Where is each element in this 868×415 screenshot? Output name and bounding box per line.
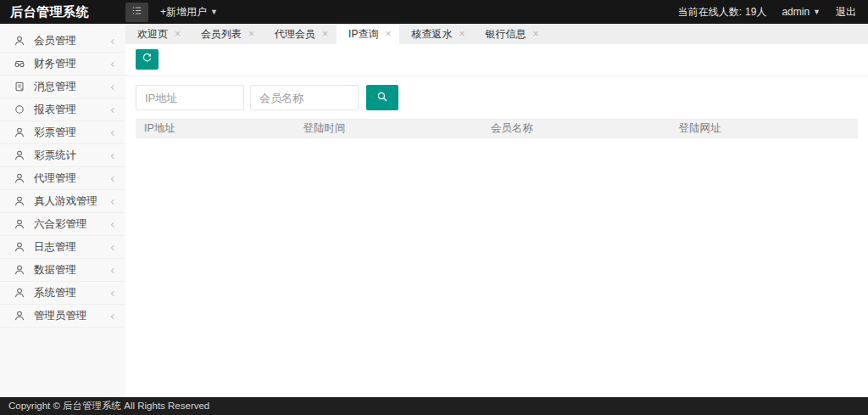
tab-label: 欢迎页 bbox=[137, 27, 168, 42]
sidebar-item-label: 数据管理 bbox=[34, 263, 108, 278]
chevron-left-icon bbox=[108, 151, 117, 160]
chevron-left-icon bbox=[108, 174, 117, 182]
sidebar-item-label: 财务管理 bbox=[34, 57, 108, 71]
report-icon bbox=[14, 104, 25, 115]
tab-label: 代理会员 bbox=[275, 27, 315, 42]
sidebar-item-label: 日志管理 bbox=[34, 240, 108, 255]
sidebar-item-log-mgmt[interactable]: 日志管理 bbox=[0, 236, 125, 259]
search-icon bbox=[376, 91, 388, 105]
chevron-left-icon bbox=[108, 128, 117, 137]
column-header-login-time: 登陆时间 bbox=[294, 120, 482, 138]
sidebar-item-label: 管理员管理 bbox=[34, 309, 108, 323]
user-icon bbox=[14, 195, 25, 207]
table-header-row: IP地址 登陆时间 会员名称 登陆网址 bbox=[136, 120, 858, 138]
sidebar-item-mark-six-mgmt[interactable]: 六合彩管理 bbox=[0, 213, 125, 236]
sidebar-item-message-mgmt[interactable]: 消息管理 bbox=[0, 76, 125, 98]
tab-rebate-check[interactable]: 核查返水 × bbox=[399, 24, 473, 44]
user-icon bbox=[14, 287, 25, 299]
user-icon bbox=[14, 310, 25, 322]
tab-label: 核查返水 bbox=[411, 27, 452, 42]
copyright-text: Copyright © 后台管理系统 All Rights Reserved bbox=[8, 400, 209, 412]
close-icon[interactable]: × bbox=[322, 29, 328, 39]
chevron-left-icon bbox=[108, 82, 117, 91]
user-icon bbox=[14, 35, 25, 47]
chevron-left-icon bbox=[108, 36, 117, 45]
chevron-left-icon bbox=[108, 197, 117, 205]
sidebar-item-lottery-mgmt[interactable]: 彩票管理 bbox=[0, 121, 125, 144]
refresh-button[interactable] bbox=[136, 49, 159, 70]
sidebar-item-live-game-mgmt[interactable]: 真人游戏管理 bbox=[0, 190, 125, 213]
admin-username: admin bbox=[782, 6, 810, 18]
sidebar-item-lottery-stats[interactable]: 彩票统计 bbox=[0, 144, 125, 167]
column-header-login-url: 登陆网址 bbox=[670, 120, 858, 138]
close-icon[interactable]: × bbox=[385, 29, 391, 39]
online-count-label: 当前在线人数: bbox=[678, 5, 742, 20]
chevron-left-icon bbox=[108, 311, 117, 320]
sidebar-item-system-mgmt[interactable]: 系统管理 bbox=[0, 282, 125, 305]
tab-member-list[interactable]: 会员列表 × bbox=[189, 24, 263, 44]
user-icon bbox=[14, 264, 25, 276]
close-icon[interactable]: × bbox=[175, 29, 181, 39]
chevron-left-icon bbox=[108, 243, 117, 251]
sidebar-item-data-mgmt[interactable]: 数据管理 bbox=[0, 259, 125, 282]
top-header: 后台管理系统 +新增用户 ▼ 当前在线人数: 19人 admin ▼ 退出 bbox=[0, 0, 868, 24]
tab-ip-query[interactable]: IP查询 × bbox=[337, 24, 399, 44]
member-name-input[interactable] bbox=[250, 85, 359, 110]
sidebar-item-label: 会员管理 bbox=[34, 34, 108, 48]
tab-label: 银行信息 bbox=[485, 27, 526, 42]
sidebar-item-agent-mgmt[interactable]: 代理管理 bbox=[0, 167, 125, 190]
tab-label: 会员列表 bbox=[201, 27, 242, 42]
footer: Copyright © 后台管理系统 All Rights Reserved bbox=[0, 397, 868, 415]
admin-user-dropdown[interactable]: admin ▼ bbox=[782, 6, 821, 18]
tab-bank-info[interactable]: 银行信息 × bbox=[473, 24, 547, 44]
close-icon[interactable]: × bbox=[532, 29, 538, 39]
caret-down-icon: ▼ bbox=[813, 8, 821, 16]
user-icon bbox=[14, 126, 25, 138]
main-content: 欢迎页 × 会员列表 × 代理会员 × IP查询 × 核查返水 × 银行信息 × bbox=[125, 24, 868, 397]
chevron-left-icon bbox=[108, 59, 117, 68]
close-icon[interactable]: × bbox=[248, 29, 254, 39]
sidebar-item-label: 报表管理 bbox=[34, 103, 108, 117]
tab-bar: 欢迎页 × 会员列表 × 代理会员 × IP查询 × 核查返水 × 银行信息 × bbox=[125, 24, 868, 44]
online-count: 当前在线人数: 19人 bbox=[678, 5, 767, 20]
chevron-left-icon bbox=[108, 266, 117, 274]
column-header-ip: IP地址 bbox=[136, 120, 294, 138]
add-user-dropdown[interactable]: +新增用户 ▼ bbox=[160, 5, 218, 20]
sidebar-item-finance-mgmt[interactable]: 财务管理 bbox=[0, 53, 125, 76]
tab-welcome[interactable]: 欢迎页 × bbox=[125, 24, 189, 44]
user-icon bbox=[14, 241, 25, 253]
sidebar-item-member-mgmt[interactable]: 会员管理 bbox=[0, 30, 125, 53]
app-title: 后台管理系统 bbox=[0, 4, 125, 20]
sidebar-toggle-button[interactable] bbox=[125, 3, 148, 22]
sidebar-item-label: 代理管理 bbox=[34, 171, 108, 186]
chevron-left-icon bbox=[108, 220, 117, 228]
results-table-area: IP地址 登陆时间 会员名称 登陆网址 bbox=[125, 119, 868, 397]
sidebar: 会员管理 财务管理 消息管理 报表管理 彩票管理 彩票统计 bbox=[0, 24, 125, 397]
sidebar-item-label: 六合彩管理 bbox=[34, 217, 108, 232]
user-icon bbox=[14, 149, 25, 161]
ip-address-input[interactable] bbox=[136, 85, 244, 110]
sidebar-item-label: 真人游戏管理 bbox=[34, 194, 108, 209]
sidebar-item-admin-mgmt[interactable]: 管理员管理 bbox=[0, 305, 125, 328]
sidebar-item-report-mgmt[interactable]: 报表管理 bbox=[0, 98, 125, 121]
online-count-value: 19人 bbox=[745, 5, 766, 20]
tab-agent-member[interactable]: 代理会员 × bbox=[263, 24, 337, 44]
message-icon bbox=[14, 81, 25, 93]
refresh-icon bbox=[142, 53, 153, 66]
column-header-member-name: 会员名称 bbox=[482, 120, 670, 138]
sidebar-item-label: 彩票管理 bbox=[34, 126, 108, 140]
add-user-label: +新增用户 bbox=[160, 5, 207, 20]
search-form bbox=[125, 76, 868, 119]
logout-button[interactable]: 退出 bbox=[836, 5, 856, 20]
close-icon[interactable]: × bbox=[459, 29, 465, 39]
sidebar-item-label: 系统管理 bbox=[34, 286, 108, 300]
sidebar-item-label: 消息管理 bbox=[34, 80, 108, 94]
menu-icon bbox=[131, 4, 143, 20]
sidebar-item-label: 彩票统计 bbox=[34, 149, 108, 163]
toolbar bbox=[125, 44, 868, 76]
chevron-left-icon bbox=[108, 289, 117, 297]
chevron-left-icon bbox=[108, 105, 117, 114]
results-table: IP地址 登陆时间 会员名称 登陆网址 bbox=[136, 119, 858, 138]
user-icon bbox=[14, 172, 25, 184]
search-button[interactable] bbox=[366, 85, 398, 110]
